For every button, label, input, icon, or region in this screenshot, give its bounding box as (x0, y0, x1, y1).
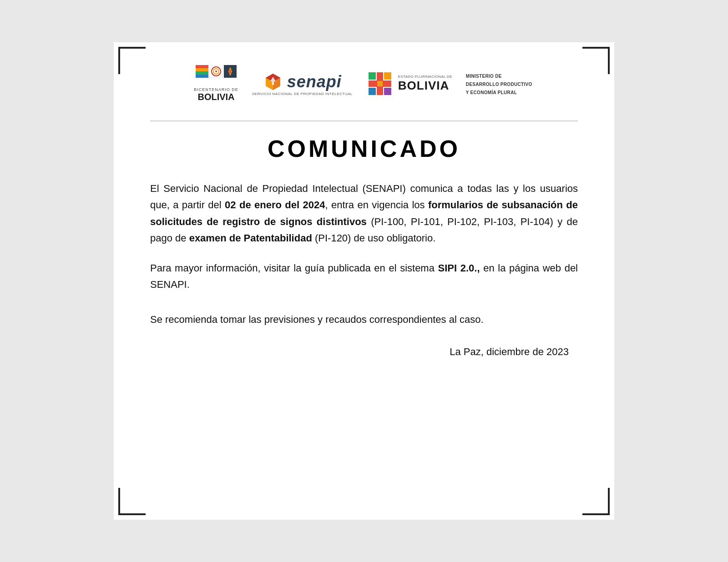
bold-sipi: SIPI 2.0., (438, 262, 480, 274)
svg-point-8 (215, 70, 217, 72)
svg-rect-2 (196, 68, 208, 71)
bicentenario-label: BICENTENARIO DE (194, 87, 238, 92)
svg-rect-4 (196, 75, 208, 78)
corner-decoration-tl (118, 47, 146, 74)
document-container: BICENTENARIO DE BOLIVIA senapi SERVICIO … (114, 42, 614, 520)
corner-decoration-bl (118, 488, 146, 515)
svg-rect-1 (196, 65, 208, 68)
header-divider (150, 120, 578, 121)
svg-rect-22 (369, 88, 376, 95)
bicentenario-bolivia: BOLIVIA (197, 92, 234, 102)
bolivia-emblem-svg (366, 70, 394, 97)
logo-bolivia-state: ESTADO PLURINACIONAL DE BOLIVIA (366, 70, 452, 97)
senapi-top-row: senapi (263, 71, 342, 92)
bolivia-state-name: BOLIVIA (398, 79, 452, 93)
svg-rect-24 (377, 81, 383, 86)
bold-examen: examen de Patentabilidad (189, 232, 312, 244)
document-title: COMUNICADO (150, 135, 578, 162)
bicentenario-icons (196, 65, 237, 85)
bolivia-text-block: ESTADO PLURINACIONAL DE BOLIVIA (398, 75, 452, 93)
ministerio-label-text: MINISTERIO DE DESARROLLO PRODUCTIVO Y EC… (466, 74, 532, 95)
svg-rect-17 (272, 81, 274, 85)
svg-rect-20 (369, 72, 376, 80)
svg-rect-21 (384, 72, 391, 80)
logo-ministerio: MINISTERIO DE DESARROLLO PRODUCTIVO Y EC… (466, 71, 534, 96)
logo-senapi: senapi SERVICIO NACIONAL DE PROPIEDAD IN… (252, 71, 353, 96)
bold-formularios: formularios de subsanación de solicitude… (150, 199, 578, 227)
corner-decoration-tr (582, 47, 610, 74)
header-logos: BICENTENARIO DE BOLIVIA senapi SERVICIO … (150, 60, 578, 102)
svg-rect-11 (229, 70, 231, 73)
body-paragraph-1: El Servicio Nacional de Propiedad Intele… (150, 181, 578, 246)
svg-rect-23 (384, 88, 391, 95)
senapi-name-text: senapi (287, 72, 342, 91)
svg-rect-3 (196, 71, 208, 75)
signature-line: La Paz, diciembre de 2023 (150, 346, 578, 358)
senapi-subtitle-text: SERVICIO NACIONAL DE PROPIEDAD INTELECTU… (252, 92, 353, 96)
estado-plurinacional-label: ESTADO PLURINACIONAL DE (398, 75, 452, 79)
date-bold: 02 de enero del 2024 (225, 199, 325, 211)
bicentenario-icon-svg (196, 65, 237, 85)
body-paragraph-3: Se recomienda tomar las previsiones y re… (150, 311, 578, 328)
corner-decoration-br (582, 488, 610, 515)
body-paragraph-2: Para mayor información, visitar la guía … (150, 260, 578, 293)
logo-bicentenario: BICENTENARIO DE BOLIVIA (194, 65, 238, 102)
senapi-icon-svg (263, 71, 283, 92)
